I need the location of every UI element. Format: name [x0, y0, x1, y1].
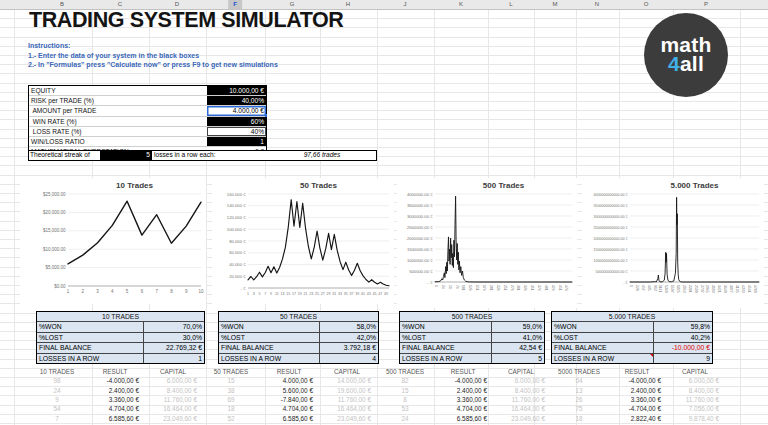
- detail-row: 544.704,00 €16.464,00 €184.704,00 €16.46…: [28, 404, 728, 413]
- x-axis-tick-label: 39: [355, 292, 359, 296]
- x-axis-tick-label: 3: [96, 289, 99, 294]
- summary-title: 50 TRADES: [219, 312, 378, 322]
- summary-label: FINAL BALANCE: [400, 343, 492, 352]
- streak-value-box[interactable]: 5: [100, 151, 152, 160]
- math4all-logo: math 4all: [644, 13, 728, 97]
- column-header-K[interactable]: K: [454, 0, 468, 9]
- series-line: [630, 197, 759, 282]
- detail-header-row: 10 TRADESRESULTCAPITAL50 TRADESRESULTCAP…: [28, 367, 728, 376]
- x-axis-tick-label: 15: [286, 292, 290, 296]
- theoretical-streak-row: Theoretical streak of 5 losses in a row …: [28, 150, 377, 161]
- x-axis-tick-label: 4: [111, 289, 114, 294]
- y-axis-tick-label: 80.000 €: [229, 239, 246, 244]
- column-header-O[interactable]: O: [639, 0, 654, 9]
- input-value-win-loss-ratio[interactable]: 1: [207, 137, 266, 146]
- detail-cell-cap: 11.760,00 €: [666, 395, 724, 404]
- column-header-G[interactable]: G: [285, 0, 300, 9]
- system-input-table: EQUITY10.000,00 €RISK per TRADE (%)40,00…: [28, 85, 267, 157]
- summary-row: %LOST40,2%: [552, 332, 712, 342]
- column-header-L[interactable]: L: [504, 0, 517, 9]
- x-axis-tick-label: 176: [482, 285, 486, 291]
- y-axis-tick-label: - €: [241, 286, 247, 291]
- detail-cell-num: 82: [376, 376, 434, 385]
- detail-cell-num: 13: [550, 386, 608, 395]
- x-axis-tick-label: 37: [350, 292, 354, 296]
- column-header-F[interactable]: F: [228, 0, 242, 9]
- column-header-H[interactable]: H: [341, 0, 355, 9]
- x-axis-tick-label: 276: [510, 285, 514, 291]
- column-header-M[interactable]: M: [548, 0, 563, 9]
- summary-row: LOSSES IN A ROW5: [400, 353, 544, 363]
- summary-table-5-000-trades: 5.000 TRADES%WON59,8%%LOST40,2%FINAL BAL…: [551, 311, 713, 364]
- instructions-line-1: 1.- Enter the data of your system in the…: [28, 52, 199, 59]
- summary-value: 42,0%: [320, 333, 378, 342]
- detail-cell-num: 26: [550, 395, 608, 404]
- detail-cell-cap: 6.000,00 €: [144, 376, 202, 385]
- input-value-equity[interactable]: 10.000,00 €: [207, 86, 266, 95]
- summary-title: 5.000 TRADES: [552, 312, 712, 322]
- chart-500-trades[interactable]: 500 Trades4000000.00 €3500000.00 €300000…: [397, 178, 577, 308]
- column-header-N[interactable]: N: [590, 0, 604, 9]
- x-axis-tick-label: 25: [315, 292, 319, 296]
- streak-suffix: losses in a row each:: [152, 151, 268, 160]
- summary-value: 42,54 €: [492, 343, 544, 352]
- x-axis-tick-label: 201: [489, 285, 493, 291]
- detail-cell-num: 54: [28, 404, 86, 413]
- detail-header-cell: RESULT: [86, 367, 144, 376]
- x-axis-tick-label: 451: [558, 285, 562, 291]
- x-axis-tick-label: 4105: [735, 285, 739, 293]
- summary-row: %LOST30,0%: [37, 332, 204, 342]
- y-axis-tick-label: 2500000.00 €: [407, 225, 433, 230]
- x-axis-tick-label: 19: [298, 292, 302, 296]
- summary-row: %WON58,0%: [219, 322, 378, 331]
- summary-table-10-trades: 10 TRADES%WON70,0%%LOST30,0%FINAL BALANC…: [36, 311, 205, 364]
- chart-50-trades[interactable]: 50 Trades160.000 €140.000 €120.000 €100.…: [212, 178, 394, 304]
- detail-cell-res: -4.000,00 €: [434, 376, 492, 385]
- chart-10-trades[interactable]: 10 Trades$25,000.00$20,000.00$15,000.00$…: [20, 178, 206, 304]
- summary-title: 10 TRADES: [37, 312, 204, 322]
- instructions-line-2: 2.- In "Formulas" press "Calculate now" …: [28, 61, 278, 68]
- detail-cell-res: -7.840,00 €: [260, 395, 318, 404]
- chart-5-000-trades[interactable]: 5.000 Trades4000000000000.00 €3500000000…: [582, 178, 764, 308]
- x-axis-tick-label: 6: [141, 289, 144, 294]
- detail-cell-cap: 23.049,60 €: [318, 414, 376, 423]
- summary-value: 59,8%: [654, 322, 712, 331]
- detail-cell-num: 24: [28, 386, 86, 395]
- x-axis-tick-label: 9: [270, 292, 272, 296]
- x-axis-tick-label: 229: [635, 285, 639, 291]
- x-axis-tick-label: 401: [544, 285, 548, 291]
- y-axis-tick-label: 1000000.00 €: [407, 258, 433, 263]
- input-value-loss-rate[interactable]: 40%: [207, 127, 266, 136]
- input-label-loss-rate: LOSS RATE (%): [29, 127, 207, 136]
- page-title: TRADING SYSTEM SIMULATOR: [29, 8, 344, 33]
- input-value-amount-per-trade[interactable]: 4.000,00 €: [207, 106, 266, 115]
- y-axis-tick-label: 2000000000000.00 €: [594, 237, 628, 241]
- summary-label: %WON: [400, 322, 492, 331]
- x-axis-tick-label: 23: [309, 292, 313, 296]
- x-axis-tick-label: 1369: [664, 285, 668, 293]
- column-header-P[interactable]: P: [699, 0, 713, 9]
- column-header-B[interactable]: B: [55, 0, 69, 9]
- streak-result: 97,66 trades: [268, 151, 376, 160]
- y-axis-tick-label: 1500000000000.00 €: [594, 248, 628, 252]
- summary-value: 30,0%: [144, 333, 204, 342]
- detail-cell-cap: 16.464,00 €: [318, 404, 376, 413]
- detail-header-cell: 5000 TRADES: [550, 367, 608, 376]
- column-header-D[interactable]: D: [170, 0, 184, 9]
- summary-label: %WON: [552, 322, 654, 331]
- detail-row: 76.585,60 €23.049,60 €526.585,60 €23.049…: [28, 414, 728, 423]
- input-row-risk-per-trade: RISK per TRADE (%)40,00%: [29, 95, 266, 105]
- x-axis-tick-label: 5: [126, 289, 129, 294]
- input-label-win-loss-ratio: WIN/LOSS RATIO: [29, 137, 207, 146]
- detail-cell-num: 15: [376, 386, 434, 395]
- summary-label: %LOST: [552, 333, 654, 342]
- y-axis-tick-label: $15,000.00: [43, 228, 66, 233]
- x-axis-tick-label: 76: [455, 285, 459, 289]
- input-row-win-rate: WIN RATE (%)60%: [29, 116, 266, 126]
- input-value-risk-per-trade[interactable]: 40,00%: [207, 96, 266, 105]
- column-header-J[interactable]: J: [399, 0, 412, 9]
- detail-cell-num: 98: [28, 376, 86, 385]
- detail-cell-cap: 11.760,00 €: [492, 395, 550, 404]
- column-header-C[interactable]: C: [113, 0, 127, 9]
- input-value-win-rate[interactable]: 60%: [207, 117, 266, 126]
